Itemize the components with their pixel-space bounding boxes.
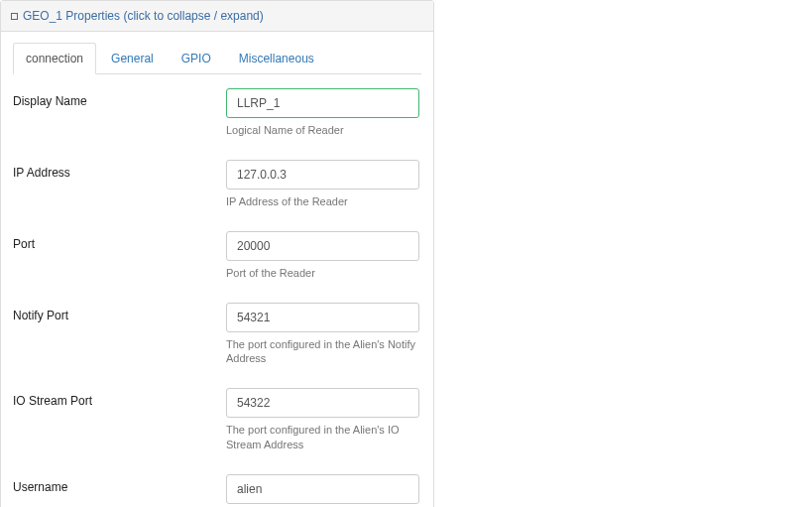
panel-body: connection General GPIO Miscellaneous Di… xyxy=(1,32,433,507)
row-notify-port: Notify Port The port configured in the A… xyxy=(13,303,421,367)
input-ip-address[interactable] xyxy=(226,160,419,190)
tab-connection[interactable]: connection xyxy=(13,43,96,74)
row-display-name: Display Name Logical Name of Reader xyxy=(13,88,421,138)
help-display-name: Logical Name of Reader xyxy=(226,123,419,138)
help-io-stream-port: The port configured in the Alien's IO St… xyxy=(226,423,419,452)
label-display-name: Display Name xyxy=(13,88,226,108)
input-display-name[interactable] xyxy=(226,88,419,118)
row-io-stream-port: IO Stream Port The port configured in th… xyxy=(13,388,421,452)
label-username: Username xyxy=(13,474,226,494)
input-username[interactable] xyxy=(226,474,419,504)
row-port: Port Port of the Reader xyxy=(13,231,421,281)
help-notify-port: The port configured in the Alien's Notif… xyxy=(226,337,419,367)
collapse-icon xyxy=(11,13,18,20)
label-notify-port: Notify Port xyxy=(13,303,226,322)
label-ip-address: IP Address xyxy=(13,160,226,180)
input-port[interactable] xyxy=(226,231,419,261)
properties-panel: GEO_1 Properties (click to collapse / ex… xyxy=(0,0,434,507)
help-ip-address: IP Address of the Reader xyxy=(226,194,419,209)
panel-header[interactable]: GEO_1 Properties (click to collapse / ex… xyxy=(1,1,433,32)
label-port: Port xyxy=(13,231,226,251)
input-io-stream-port[interactable] xyxy=(226,388,419,418)
input-notify-port[interactable] xyxy=(226,303,419,332)
tabs: connection General GPIO Miscellaneous xyxy=(13,42,421,74)
tab-gpio[interactable]: GPIO xyxy=(169,43,224,74)
label-io-stream-port: IO Stream Port xyxy=(13,388,226,408)
help-port: Port of the Reader xyxy=(226,266,419,281)
row-username: Username Username for logging into the A… xyxy=(13,474,421,507)
row-ip-address: IP Address IP Address of the Reader xyxy=(13,160,421,209)
panel-header-title: GEO_1 Properties (click to collapse / ex… xyxy=(23,9,264,23)
tab-general[interactable]: General xyxy=(98,43,167,74)
tab-miscellaneous[interactable]: Miscellaneous xyxy=(226,43,327,74)
